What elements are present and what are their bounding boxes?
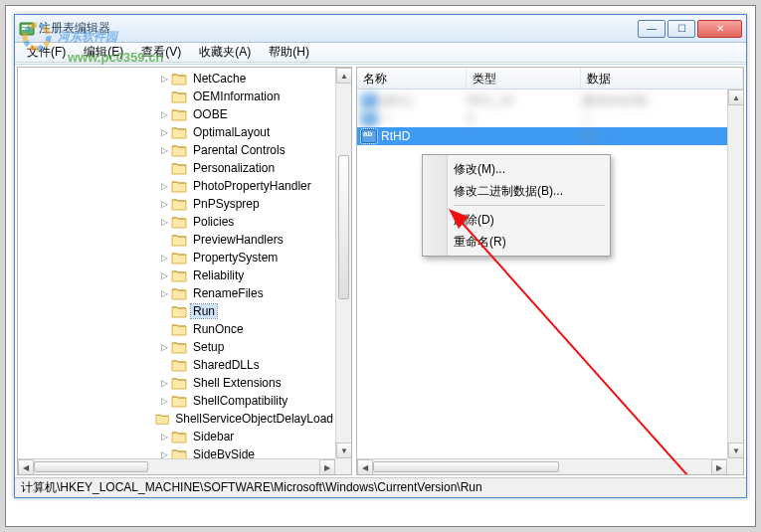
tree-item-setup[interactable]: ▷Setup bbox=[18, 338, 335, 356]
tree-item-sidebar[interactable]: ▷Sidebar bbox=[18, 428, 335, 445]
expander-icon[interactable] bbox=[157, 161, 171, 175]
tree-vscroll[interactable]: ▲ ▼ bbox=[335, 68, 351, 458]
expander-icon[interactable] bbox=[157, 358, 171, 372]
col-type[interactable]: 类型 bbox=[467, 68, 581, 89]
scroll-up-icon[interactable]: ▲ bbox=[336, 68, 352, 84]
expander-icon[interactable]: ▷ bbox=[157, 107, 171, 121]
expander-icon[interactable]: ▷ bbox=[157, 72, 171, 86]
tree-item-shell-extensions[interactable]: ▷Shell Extensions bbox=[18, 374, 335, 392]
ctx-label: 修改二进制数据(B)... bbox=[454, 183, 563, 200]
col-name[interactable]: 名称 bbox=[357, 68, 467, 89]
expander-icon[interactable]: ▷ bbox=[157, 394, 171, 408]
scroll-left-icon[interactable]: ◀ bbox=[18, 459, 34, 475]
expander-icon[interactable]: ▷ bbox=[157, 215, 171, 229]
tree-label: PreviewHandlers bbox=[191, 233, 285, 247]
app-icon bbox=[19, 21, 35, 37]
ctx-modify-binary[interactable]: 修改二进制数据(B)... bbox=[426, 180, 607, 202]
tree-item-shellserviceobjectdelayload[interactable]: ShellServiceObjectDelayLoad bbox=[18, 410, 335, 428]
tree-item-sidebyside[interactable]: ▷SideBySide bbox=[18, 445, 335, 458]
minimize-button[interactable]: — bbox=[638, 20, 666, 38]
tree-item-optimallayout[interactable]: ▷OptimalLayout bbox=[18, 123, 335, 141]
ctx-rename[interactable]: 重命名(R) bbox=[426, 231, 607, 253]
scroll-down-icon[interactable]: ▼ bbox=[728, 443, 744, 458]
tree-item-policies[interactable]: ▷Policies bbox=[18, 213, 335, 231]
menu-favorites[interactable]: 收藏夹(A) bbox=[191, 42, 259, 63]
tree-item-run[interactable]: Run bbox=[18, 302, 335, 320]
col-data[interactable]: 数据 bbox=[581, 68, 743, 89]
expander-icon[interactable]: ▷ bbox=[157, 376, 171, 390]
tree-item-photopropertyhandler[interactable]: ▷PhotoPropertyHandler bbox=[18, 177, 335, 195]
tree-item-pnpsysprep[interactable]: ▷PnPSysprep bbox=[18, 195, 335, 213]
tree-label: Setup bbox=[191, 340, 226, 354]
expander-icon[interactable]: ▷ bbox=[157, 143, 171, 157]
scroll-right-icon[interactable]: ▶ bbox=[711, 459, 727, 475]
expander-icon[interactable]: ▷ bbox=[157, 197, 171, 211]
ctx-modify[interactable]: 修改(M)... bbox=[426, 158, 607, 180]
tree-item-personalization[interactable]: Personalization bbox=[18, 159, 335, 177]
expander-icon[interactable] bbox=[142, 412, 155, 426]
tree-item-previewhandlers[interactable]: PreviewHandlers bbox=[18, 231, 335, 249]
tree-item-runonce[interactable]: RunOnce bbox=[18, 320, 335, 338]
scroll-right-icon[interactable]: ▶ bbox=[319, 459, 335, 475]
expander-icon[interactable]: ▷ bbox=[157, 125, 171, 139]
tree-label: RenameFiles bbox=[191, 286, 266, 300]
tree-item-renamefiles[interactable]: ▷RenameFiles bbox=[18, 284, 335, 302]
expander-icon[interactable]: ▷ bbox=[157, 340, 171, 354]
expander-icon[interactable] bbox=[157, 322, 171, 336]
list-vscroll[interactable]: ▲ ▼ bbox=[727, 89, 743, 458]
value-name: — bbox=[381, 111, 393, 125]
tree-item-propertysystem[interactable]: ▷PropertySystem bbox=[18, 249, 335, 266]
list-row[interactable]: (默认)REG_SZ(数值未设置) bbox=[357, 91, 727, 109]
close-button[interactable]: ✕ bbox=[697, 20, 742, 38]
ctx-separator bbox=[454, 205, 605, 206]
svg-rect-3 bbox=[22, 25, 32, 27]
expander-icon[interactable]: ▷ bbox=[157, 430, 171, 443]
expander-icon[interactable]: ▷ bbox=[157, 251, 171, 265]
tree-label: SharedDLLs bbox=[191, 358, 262, 372]
watermark-url: www.pc0359.cn bbox=[68, 50, 163, 65]
svg-rect-4 bbox=[22, 28, 28, 30]
expander-icon[interactable] bbox=[157, 304, 171, 318]
titlebar[interactable]: 注册表编辑器 — ☐ ✕ bbox=[15, 15, 746, 43]
scroll-corner bbox=[335, 458, 351, 474]
tree-label: Personalization bbox=[191, 161, 277, 175]
ctx-delete[interactable]: 删除(D) bbox=[426, 209, 607, 231]
scroll-left-icon[interactable]: ◀ bbox=[357, 459, 373, 475]
outer-frame: 河东软件园 www.pc0359.cn 注册表编辑器 — ☐ ✕ 文件(F) 编… bbox=[5, 5, 756, 527]
list-row[interactable]: RtHDC:\… bbox=[357, 127, 727, 145]
expander-icon[interactable]: ▷ bbox=[157, 268, 171, 282]
maximize-button[interactable]: ☐ bbox=[667, 20, 695, 38]
scroll-corner bbox=[727, 458, 743, 474]
tree-item-shareddlls[interactable]: SharedDLLs bbox=[18, 356, 335, 374]
tree-label: Policies bbox=[191, 215, 236, 229]
tree-label: Shell Extensions bbox=[191, 376, 284, 390]
tree-hscroll[interactable]: ◀ ▶ bbox=[18, 458, 335, 474]
menu-file[interactable]: 文件(F) bbox=[19, 42, 74, 63]
tree-label: Sidebar bbox=[191, 430, 236, 443]
string-value-icon bbox=[361, 93, 377, 107]
expander-icon[interactable] bbox=[157, 233, 171, 247]
hscroll-thumb[interactable] bbox=[373, 461, 559, 472]
scroll-up-icon[interactable]: ▲ bbox=[728, 89, 744, 105]
tree-label: Run bbox=[191, 304, 217, 318]
tree-item-oeminformation[interactable]: OEMInformation bbox=[18, 88, 335, 105]
regedit-window: 注册表编辑器 — ☐ ✕ 文件(F) 编辑(E) 查看(V) 收藏夹(A) 帮助… bbox=[14, 14, 747, 498]
menu-help[interactable]: 帮助(H) bbox=[261, 42, 317, 63]
scroll-down-icon[interactable]: ▼ bbox=[336, 443, 352, 458]
list-row[interactable]: —Z— bbox=[357, 109, 727, 127]
value-data: — bbox=[581, 111, 727, 125]
tree-item-oobe[interactable]: ▷OOBE bbox=[18, 105, 335, 123]
tree-label: NetCache bbox=[191, 72, 248, 86]
tree-item-shellcompatibility[interactable]: ▷ShellCompatibility bbox=[18, 392, 335, 410]
hscroll-thumb[interactable] bbox=[34, 461, 148, 472]
vscroll-thumb[interactable] bbox=[338, 155, 349, 298]
tree-item-parental-controls[interactable]: ▷Parental Controls bbox=[18, 141, 335, 159]
tree-item-netcache[interactable]: ▷NetCache bbox=[18, 70, 335, 88]
tree-item-reliability[interactable]: ▷Reliability bbox=[18, 266, 335, 284]
tree-label: PnPSysprep bbox=[191, 197, 262, 211]
expander-icon[interactable]: ▷ bbox=[157, 179, 171, 193]
expander-icon[interactable]: ▷ bbox=[157, 447, 171, 458]
expander-icon[interactable]: ▷ bbox=[157, 286, 171, 300]
expander-icon[interactable] bbox=[157, 89, 171, 103]
list-hscroll[interactable]: ◀ ▶ bbox=[357, 458, 727, 474]
